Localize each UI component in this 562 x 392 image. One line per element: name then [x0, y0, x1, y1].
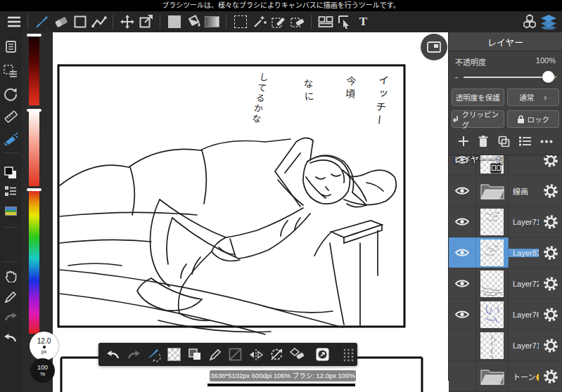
- value-strip[interactable]: [29, 35, 39, 105]
- panel-divide-button[interactable]: [316, 12, 335, 32]
- operate-tool-button[interactable]: [335, 12, 354, 32]
- layer-visibility-toggle[interactable]: [449, 207, 476, 237]
- canvas-status-bar: 3638*5102px 600dpi 106% ブラシ: 12.0px 100%: [210, 370, 356, 381]
- layer-settings-button[interactable]: [539, 155, 562, 175]
- rotate-canvas-button[interactable]: [0, 87, 21, 101]
- more-icon[interactable]: [540, 140, 553, 143]
- gradient-icon: [205, 16, 219, 27]
- layer-row[interactable]: Layer83: [449, 237, 562, 268]
- duplicate-layer-icon[interactable]: [498, 136, 510, 147]
- folder-row[interactable]: 線画: [449, 176, 562, 207]
- select-menu-icon: [4, 65, 18, 77]
- layers-panel-toggle[interactable]: [539, 12, 558, 32]
- layer-row[interactable]: Layer71: [449, 330, 562, 361]
- quick-undo-button[interactable]: [103, 345, 123, 365]
- transparent-color-icon: [167, 348, 181, 361]
- lock-button[interactable]: ロック: [507, 110, 560, 128]
- airbrush-button[interactable]: [0, 132, 21, 146]
- opacity-slider[interactable]: - +: [449, 69, 562, 86]
- layer-settings-button[interactable]: [539, 207, 562, 237]
- clipping-button[interactable]: クリッピング: [452, 110, 504, 128]
- saturation-slider-handle[interactable]: [27, 109, 41, 112]
- blend-mode-button[interactable]: 通常 ›: [507, 89, 560, 106]
- color-swatch-button[interactable]: [165, 12, 184, 32]
- story-pages-button[interactable]: [0, 41, 21, 53]
- duplicate-button[interactable]: [184, 345, 205, 365]
- select-pen-button[interactable]: [269, 12, 288, 32]
- value-slider-handle[interactable]: [27, 34, 41, 37]
- undo-button[interactable]: [0, 333, 21, 343]
- add-layer-icon[interactable]: [458, 136, 469, 147]
- layer-settings-button[interactable]: [539, 299, 562, 329]
- eye-icon: [454, 216, 470, 227]
- move-tool-button[interactable]: [117, 12, 136, 32]
- menu-button[interactable]: [4, 12, 23, 32]
- saturation-strip[interactable]: [29, 110, 39, 186]
- transparent-color-button[interactable]: [164, 345, 184, 365]
- magic-wand-button[interactable]: [250, 12, 269, 32]
- brush-select-button[interactable]: [143, 345, 164, 365]
- opacity-slider-handle[interactable]: [542, 71, 554, 83]
- layer-row[interactable]: Layer76: [449, 299, 562, 330]
- gear-icon: [543, 245, 558, 261]
- select-eraser-button[interactable]: [288, 12, 307, 32]
- layer-settings-button[interactable]: [539, 237, 562, 268]
- layer-visibility-toggle[interactable]: [449, 268, 476, 299]
- protect-alpha-button[interactable]: 透明度を保護: [452, 89, 504, 106]
- polyline-tool-button[interactable]: [89, 12, 108, 32]
- eraser-tool-button[interactable]: [51, 12, 70, 32]
- toolbar-separator: [113, 15, 113, 29]
- clear-layer-button[interactable]: [286, 345, 307, 365]
- layer-settings-button[interactable]: [539, 330, 562, 360]
- transform-tool-button[interactable]: [136, 12, 155, 32]
- hue-strip[interactable]: [29, 190, 39, 334]
- layer-visibility-toggle[interactable]: [449, 299, 476, 329]
- hand-tool-button[interactable]: [0, 270, 21, 282]
- layer-settings-button[interactable]: [539, 361, 562, 391]
- opacity-minus[interactable]: -: [453, 72, 460, 82]
- select-tool-button[interactable]: [231, 12, 250, 32]
- mini-palette-button[interactable]: [0, 207, 21, 216]
- delete-layer-icon[interactable]: [478, 136, 488, 147]
- shape-tool-button[interactable]: [70, 12, 89, 32]
- layer-visibility-toggle[interactable]: [449, 330, 476, 360]
- layer-visibility-toggle[interactable]: [449, 237, 476, 268]
- toolbar-drag-handle[interactable]: [338, 345, 359, 365]
- gradient-tool-button[interactable]: [203, 12, 222, 32]
- hue-slider-handle[interactable]: [27, 188, 41, 191]
- stylus-tool-button[interactable]: [0, 291, 21, 303]
- fg-bg-color-button[interactable]: [0, 166, 21, 180]
- sidebar-divider: [3, 261, 18, 262]
- flip-horizontal-button[interactable]: [245, 345, 266, 365]
- ruler-button[interactable]: [0, 110, 21, 124]
- minimap-toggle-button[interactable]: [421, 34, 447, 60]
- blend-mode-label: 通常: [519, 92, 534, 103]
- undo-icon: [106, 350, 120, 360]
- brush-tool-button[interactable]: [32, 12, 51, 32]
- layer-menu-icon[interactable]: [519, 136, 531, 146]
- redo-icon: [127, 350, 141, 360]
- layer-settings-button[interactable]: [539, 176, 562, 206]
- brush-size-indicator[interactable]: 12.0 px: [30, 332, 58, 360]
- folder-row[interactable]: トーン🙂: [449, 361, 562, 392]
- stylus-pen-button[interactable]: [205, 345, 225, 365]
- layer-settings-button[interactable]: [539, 268, 562, 299]
- select-menu-button[interactable]: [0, 65, 21, 77]
- redo-button[interactable]: [0, 312, 21, 322]
- bucket-tool-button[interactable]: [184, 12, 203, 32]
- brush-opacity-indicator[interactable]: 100 %: [30, 358, 55, 383]
- select-eraser-icon: [290, 15, 305, 29]
- layer-quick-list-button[interactable]: [0, 185, 21, 197]
- layer-row[interactable]: Layer72: [449, 268, 562, 299]
- no-correction-button[interactable]: [225, 345, 245, 365]
- layer-visibility-toggle[interactable]: [449, 361, 476, 391]
- quick-redo-button[interactable]: [123, 345, 143, 365]
- material-button[interactable]: [520, 12, 539, 32]
- shortcut-button[interactable]: [312, 345, 333, 365]
- tool-hint-text: ブラシツールは、様々なブラシによりキャンバスに描画を行うツールです。: [162, 1, 400, 9]
- layer-visibility-toggle[interactable]: [449, 176, 476, 206]
- text-tool-button[interactable]: T: [354, 12, 373, 32]
- layer-row[interactable]: Layer71: [449, 207, 562, 237]
- reset-rotation-button[interactable]: [266, 345, 286, 365]
- opacity-slider-track[interactable]: [464, 77, 547, 78]
